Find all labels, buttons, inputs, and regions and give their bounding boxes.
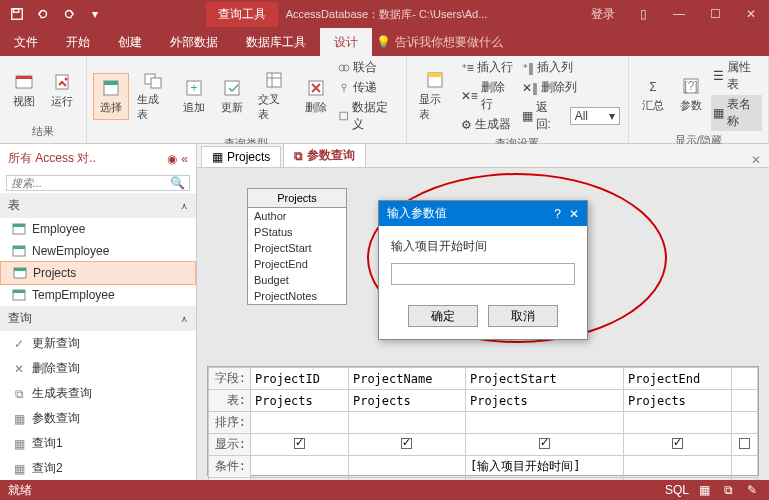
view-design-icon[interactable]: ✎ xyxy=(743,482,761,498)
grid-cell[interactable] xyxy=(251,434,349,456)
field-row[interactable]: Budget xyxy=(248,272,346,288)
deleterow-button[interactable]: ✕≡删除行 xyxy=(459,78,518,114)
ok-button[interactable]: 确定 xyxy=(408,305,478,327)
grid-cell[interactable] xyxy=(731,434,757,456)
grid-cell[interactable] xyxy=(624,434,731,456)
nav-section-queries[interactable]: 查询⋏ xyxy=(0,306,196,331)
close-icon[interactable]: ✕ xyxy=(733,0,769,28)
view-sql-icon[interactable]: ⧉ xyxy=(719,482,737,498)
minimize-icon[interactable]: — xyxy=(661,0,697,28)
grid-cell[interactable] xyxy=(251,456,349,478)
grid-cell[interactable] xyxy=(731,478,757,481)
grid-cell[interactable] xyxy=(466,434,624,456)
nav-item-query[interactable]: ▦查询1 xyxy=(0,431,196,456)
crosstab-button[interactable]: 交叉表 xyxy=(252,66,295,126)
dialog-close-icon[interactable]: ✕ xyxy=(569,207,579,221)
nav-header[interactable]: 所有 Access 对.. ◉« xyxy=(0,144,196,173)
params-button[interactable]: [?]参数 xyxy=(673,72,709,117)
grid-cell[interactable] xyxy=(731,368,757,390)
return-dropdown[interactable]: ▦返回: All▾ xyxy=(520,98,622,134)
nav-item-query[interactable]: ✓更新查询 xyxy=(0,331,196,356)
field-row[interactable]: Author xyxy=(248,208,346,224)
grid-cell[interactable] xyxy=(731,412,757,434)
maximize-icon[interactable]: ☐ xyxy=(697,0,733,28)
grid-cell[interactable] xyxy=(348,434,465,456)
insertrow-button[interactable]: ⁺≡插入行 xyxy=(459,58,518,77)
grid-cell[interactable]: Projects xyxy=(466,390,624,412)
parameter-input[interactable] xyxy=(391,263,575,285)
nav-item-projects[interactable]: Projects xyxy=(0,261,196,285)
grid-cell[interactable]: Projects xyxy=(251,390,349,412)
grid-cell[interactable] xyxy=(624,412,731,434)
save-icon[interactable] xyxy=(6,3,28,25)
grid-cell[interactable] xyxy=(466,412,624,434)
grid-cell[interactable] xyxy=(466,478,624,481)
nav-item-query[interactable]: ▦参数查询 xyxy=(0,406,196,431)
select-query-button[interactable]: 选择 xyxy=(93,73,129,120)
view-button[interactable]: 视图 xyxy=(6,68,42,113)
tab-file[interactable]: 文件 xyxy=(0,28,52,56)
deletecol-button[interactable]: ✕‖删除列 xyxy=(520,78,622,97)
qat-customize-icon[interactable]: ▾ xyxy=(84,3,106,25)
append-button[interactable]: +追加 xyxy=(176,74,212,119)
update-button[interactable]: 更新 xyxy=(214,74,250,119)
doc-tab-projects[interactable]: ▦Projects xyxy=(201,146,281,167)
totals-button[interactable]: Σ汇总 xyxy=(635,72,671,117)
help-icon[interactable]: ? xyxy=(554,207,561,221)
maketable-button[interactable]: 生成表 xyxy=(131,66,174,126)
nav-item-query[interactable]: ✕删除查询 xyxy=(0,356,196,381)
delete-query-button[interactable]: 删除 xyxy=(298,74,334,119)
search-input[interactable] xyxy=(11,177,170,189)
tab-external[interactable]: 外部数据 xyxy=(156,28,232,56)
grid-cell[interactable]: ProjectEnd xyxy=(624,368,731,390)
insertcol-button[interactable]: ⁺‖插入列 xyxy=(520,58,622,77)
grid-cell[interactable] xyxy=(348,412,465,434)
tab-close-icon[interactable]: ✕ xyxy=(743,153,769,167)
tablename-button[interactable]: ▦表名称 xyxy=(711,95,762,131)
grid-cell[interactable]: Projects xyxy=(348,390,465,412)
grid-cell[interactable]: ProjectID xyxy=(251,368,349,390)
datadef-button[interactable]: 数据定义 xyxy=(336,98,400,134)
tab-design[interactable]: 设计 xyxy=(320,28,372,56)
field-row[interactable]: PStatus xyxy=(248,224,346,240)
undo-icon[interactable] xyxy=(32,3,54,25)
nav-item-employee[interactable]: Employee xyxy=(0,218,196,240)
grid-cell[interactable] xyxy=(624,456,731,478)
grid-cell[interactable] xyxy=(731,456,757,478)
union-button[interactable]: 联合 xyxy=(336,58,400,77)
dialog-titlebar[interactable]: 输入参数值 ? ✕ xyxy=(379,201,587,226)
grid-cell[interactable]: ProjectName xyxy=(348,368,465,390)
field-row[interactable]: ProjectEnd xyxy=(248,256,346,272)
doc-tab-paramquery[interactable]: ⧉参数查询 xyxy=(283,143,366,167)
grid-cell[interactable]: ProjectStart xyxy=(466,368,624,390)
grid-cell[interactable]: [输入项目开始时间] xyxy=(466,456,624,478)
tab-dbtools[interactable]: 数据库工具 xyxy=(232,28,320,56)
passthrough-button[interactable]: 传递 xyxy=(336,78,400,97)
ribbon-options-icon[interactable]: ▯ xyxy=(625,0,661,28)
tab-create[interactable]: 创建 xyxy=(104,28,156,56)
nav-item-query[interactable]: ⧉生成表查询 xyxy=(0,381,196,406)
nav-item-query[interactable]: ▦查询2 xyxy=(0,456,196,481)
nav-section-tables[interactable]: 表⋏ xyxy=(0,193,196,218)
chevron-left-icon[interactable]: « xyxy=(181,152,188,166)
tell-me[interactable]: 💡告诉我你想要做什么 xyxy=(376,34,503,51)
status-sql[interactable]: SQL xyxy=(665,483,689,497)
login-link[interactable]: 登录 xyxy=(581,6,625,23)
criteria-grid[interactable]: 字段:ProjectIDProjectNameProjectStartProje… xyxy=(207,366,759,476)
grid-cell[interactable] xyxy=(624,478,731,481)
table-field-list[interactable]: Projects AuthorPStatusProjectStartProjec… xyxy=(247,188,347,305)
view-datasheet-icon[interactable]: ▦ xyxy=(695,482,713,498)
nav-item-tempemployee[interactable]: TempEmployee xyxy=(0,284,196,306)
search-icon[interactable]: 🔍 xyxy=(170,176,185,190)
cancel-button[interactable]: 取消 xyxy=(488,305,558,327)
run-button[interactable]: 运行 xyxy=(44,68,80,113)
field-row[interactable]: ProjectNotes xyxy=(248,288,346,304)
grid-cell[interactable] xyxy=(251,412,349,434)
field-row[interactable]: ProjectStart xyxy=(248,240,346,256)
grid-cell[interactable]: Projects xyxy=(624,390,731,412)
grid-cell[interactable] xyxy=(348,478,465,481)
propsheet-button[interactable]: ☰属性表 xyxy=(711,58,762,94)
builder-button[interactable]: ⚙生成器 xyxy=(459,115,518,134)
showtable-button[interactable]: 显示表 xyxy=(413,66,457,126)
grid-cell[interactable] xyxy=(348,456,465,478)
